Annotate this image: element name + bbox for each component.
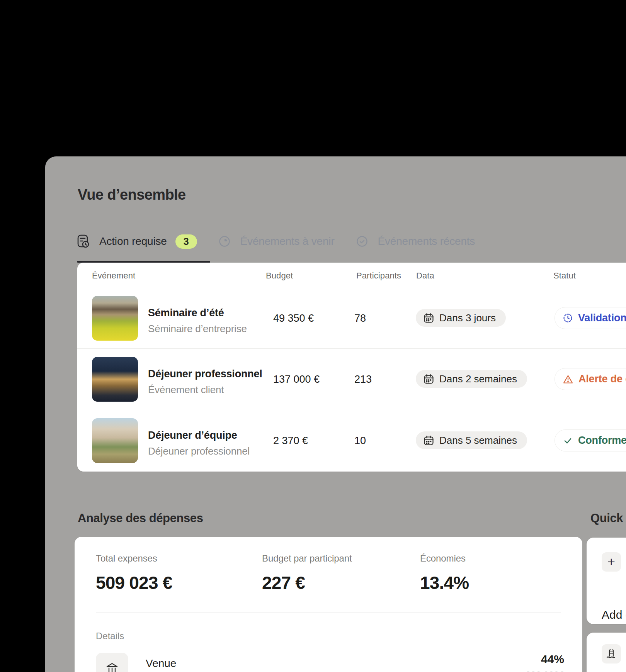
event-subtitle: Événement client <box>148 384 262 396</box>
tab-evenements-a-venir[interactable]: Événements à venir <box>219 235 335 248</box>
tab-label: Action requise <box>99 235 167 248</box>
col-header-budget: Budget <box>266 271 293 281</box>
alert-triangle-icon <box>563 375 573 384</box>
tab-count-badge: 3 <box>175 234 197 249</box>
venue-building-icon <box>105 662 119 672</box>
event-title: Déjeuner d’équipe <box>148 429 250 441</box>
quick-actions-heading: Quick actions <box>590 511 626 525</box>
event-budget: 137 000 € <box>273 373 320 385</box>
status-label: Validation requise <box>578 312 626 324</box>
tab-label: Événements à venir <box>240 235 335 248</box>
calendar-icon <box>424 435 434 446</box>
stat-label: Total expenses <box>96 553 172 564</box>
calendar-icon <box>424 313 434 323</box>
col-header-event: Événement <box>92 271 135 281</box>
pool-ladder-icon-tile[interactable] <box>602 644 621 664</box>
tab-label: Événements récents <box>378 235 475 248</box>
status-badge: Alerte de conformité <box>555 368 626 390</box>
tab-evenements-recents[interactable]: Événements récents <box>356 235 475 248</box>
expenses-heading: Analyse des dépenses <box>78 511 203 525</box>
detail-amount: 226 000€ <box>526 670 564 672</box>
details-label: Details <box>96 631 124 641</box>
event-budget: 49 350 € <box>273 312 314 324</box>
table-row[interactable]: Séminaire d’été Séminaire d’entreprise 4… <box>77 288 626 348</box>
event-date-label: Dans 3 jours <box>439 312 496 324</box>
overview-tabs: Action requise 3 Événements à venir Évén… <box>77 233 475 250</box>
col-header-participants: Participants <box>356 271 401 281</box>
stat-value: 227 € <box>262 572 352 593</box>
status-label: Conforme <box>578 434 626 446</box>
quick-action-secondary-card[interactable] <box>587 633 626 672</box>
detail-label: Venue <box>146 657 176 670</box>
table-row[interactable]: Déjeuner d’équipe Déjeuner professionnel… <box>77 410 626 472</box>
event-subtitle: Séminaire d’entreprise <box>148 323 247 335</box>
pending-clock-icon <box>563 313 573 323</box>
stat-value: 13.4% <box>420 572 469 593</box>
quick-action-add-card[interactable]: + Add event <box>587 538 626 624</box>
venue-icon-tile <box>96 653 128 672</box>
event-participants: 213 <box>354 373 372 385</box>
check-icon <box>563 436 573 445</box>
tab-action-requise[interactable]: Action requise 3 <box>77 234 197 249</box>
calendar-icon <box>424 374 434 384</box>
plus-icon: + <box>607 555 615 568</box>
page-title: Vue d’ensemble <box>78 187 186 203</box>
event-date-badge: Dans 5 semaines <box>416 431 527 449</box>
event-date-label: Dans 5 semaines <box>439 434 517 446</box>
table-row[interactable]: Déjeuner professionnel Événement client … <box>77 348 626 409</box>
event-date-badge: Dans 2 semaines <box>416 370 527 388</box>
event-date-label: Dans 2 semaines <box>439 373 517 385</box>
event-budget: 2 370 € <box>273 435 308 447</box>
col-header-data: Data <box>416 271 434 281</box>
event-participants: 10 <box>354 435 366 447</box>
event-date-badge: Dans 3 jours <box>416 309 506 327</box>
add-event-label[interactable]: Add event <box>602 608 626 621</box>
table-header: Événement Budget Participants Data Statu… <box>77 263 626 288</box>
event-participants: 78 <box>354 312 366 324</box>
detail-percent: 44% <box>541 653 564 666</box>
check-circle-icon <box>356 236 368 247</box>
pool-ladder-icon <box>606 648 617 659</box>
event-subtitle: Déjeuner professionnel <box>148 445 250 457</box>
status-badge: Validation requise <box>555 307 626 329</box>
add-button[interactable]: + <box>602 552 621 572</box>
stat-value: 509 023 € <box>96 572 172 593</box>
event-title: Déjeuner professionnel <box>148 368 262 380</box>
event-thumbnail <box>92 418 138 463</box>
task-clock-icon <box>77 234 89 248</box>
action-required-table: Événement Budget Participants Data Statu… <box>77 263 626 472</box>
overview-panel: Vue d’ensemble Action requise 3 <box>45 156 626 672</box>
stat-label: Budget par participant <box>262 553 352 564</box>
stat-label: Économies <box>420 553 469 564</box>
event-thumbnail <box>92 296 138 341</box>
event-title: Séminaire d’été <box>148 307 247 319</box>
event-thumbnail <box>92 357 138 402</box>
clock-pie-icon <box>219 236 230 247</box>
divider <box>96 613 561 613</box>
col-header-status: Statut <box>553 271 576 281</box>
expense-detail-row[interactable]: Venue 44% 226 000€ <box>96 653 564 672</box>
status-label: Alerte de conformité <box>578 373 626 385</box>
expense-analysis-card: Total expenses 509 023 € Budget par part… <box>75 537 582 672</box>
status-badge: Conforme <box>555 429 626 451</box>
